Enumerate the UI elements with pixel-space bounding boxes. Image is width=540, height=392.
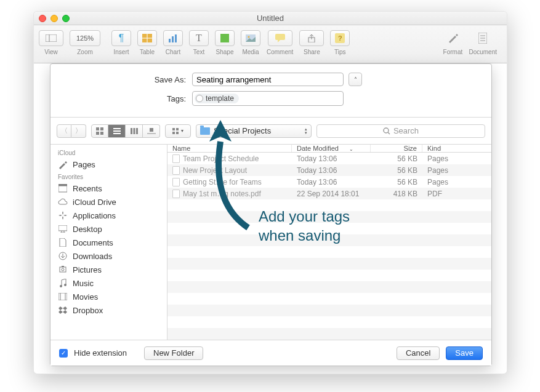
save-button[interactable]: Save [446,346,483,360]
comment-button[interactable] [268,30,292,46]
sidebar-item-pages[interactable]: Pages [50,158,167,171]
folder-icon [200,127,210,135]
titlebar: Untitled [34,12,507,25]
svg-rect-28 [172,128,175,130]
view-label: View [44,49,58,55]
hide-extension-label: Hide extension [74,348,127,358]
format-label: Format [443,49,463,55]
file-size: 418 KB [371,190,422,198]
file-name: New Project Layout [183,166,247,175]
column-view-button[interactable] [126,124,143,138]
sidebar-item-documents[interactable]: Documents [50,236,167,249]
sidebar-item-pictures[interactable]: Pictures [50,263,167,276]
file-row[interactable]: Team Project ScheduleToday 13:0656 KBPag… [167,153,491,164]
doc-icon [172,166,180,175]
list-view-button[interactable] [108,124,126,138]
svg-rect-26 [150,128,153,132]
file-row[interactable]: Getting St…e for TeamsToday 13:0656 KBPa… [167,176,491,188]
dialog-footer: ✓ Hide extension New Folder Cancel Save [50,340,491,366]
text-button[interactable]: T [189,30,209,46]
file-name: May 1st m…g notes.pdf [183,190,261,198]
svg-point-44 [60,285,62,287]
chart-button[interactable] [163,30,183,46]
sidebar-item-icloud-drive[interactable]: iCloud Drive [50,195,167,209]
hide-extension-checkbox[interactable]: ✓ [59,349,68,358]
coverflow-view-button[interactable] [143,124,160,138]
sidebar-item-movies[interactable]: Movies [50,290,167,303]
zoom-button[interactable]: 125% [70,30,100,46]
tags-input[interactable]: template [192,91,344,106]
file-date: Today 13:06 [292,178,371,186]
sidebar-item-label: Music [73,279,94,288]
annotation-line2: when saving [259,226,350,245]
file-kind: Pages [422,178,491,186]
empty-row [167,328,491,340]
tag-chip[interactable]: template [195,94,239,103]
arrange-button[interactable]: ▾ [165,124,191,138]
search-field[interactable]: Search [316,124,485,138]
back-button[interactable]: 〈 [57,124,71,138]
file-row[interactable]: New Project LayoutToday 13:0656 KBPages [167,164,491,176]
file-row[interactable]: May 1st m…g notes.pdf22 Sep 2014 18:0141… [167,188,491,199]
comment-label: Comment [267,49,293,55]
tips-button[interactable]: ? [330,30,350,46]
sidebar-item-label: Applications [73,211,116,220]
svg-rect-31 [176,132,179,134]
file-date: 22 Sep 2014 18:01 [292,190,371,198]
shape-button[interactable] [215,30,235,46]
empty-row [167,293,491,305]
insert-button[interactable]: ¶ [111,30,131,46]
svg-rect-23 [131,128,132,134]
document-label: Document [469,49,497,55]
svg-rect-35 [58,184,67,186]
text-label: Text [193,49,204,55]
cancel-button[interactable]: Cancel [397,346,440,360]
sidebar-item-applications[interactable]: Applications [50,209,167,222]
svg-rect-29 [176,128,179,130]
view-button[interactable] [39,30,63,46]
empty-row [167,316,491,328]
toolbar: View 125% Zoom ¶ Insert Table Chart T Te… [34,25,507,63]
sidebar-item-label: Downloads [73,252,112,261]
collapse-button[interactable]: ˄ [349,73,362,86]
sidebar-item-label: Documents [73,238,113,247]
sidebar-item-label: Recents [73,184,102,193]
table-button[interactable] [137,30,157,46]
downloads-icon [58,251,68,261]
forward-button[interactable]: 〉 [71,124,86,138]
shape-label: Shape [216,49,234,55]
col-name[interactable]: Name [167,145,292,152]
file-name: Getting St…e for Teams [183,178,262,186]
sidebar-item-desktop[interactable]: Desktop [50,222,167,236]
share-button[interactable] [299,30,324,46]
save-as-label: Save As: [63,75,192,84]
sidebar-item-dropbox[interactable]: Dropbox [50,303,167,317]
file-kind: Pages [422,166,491,175]
sidebar-item-music[interactable]: Music [50,276,167,290]
new-folder-button[interactable]: New Folder [144,346,203,360]
search-placeholder: Search [393,126,419,135]
save-as-input[interactable] [192,73,344,86]
location-name: Special Projects [214,126,271,135]
svg-rect-36 [58,225,67,231]
col-kind[interactable]: Kind [422,145,491,152]
location-popup[interactable]: Special Projects ▴▾ [196,124,312,138]
svg-rect-19 [100,132,103,135]
icon-view-button[interactable] [91,124,108,138]
format-button[interactable] [443,30,462,46]
stepper-icon: ▴▾ [305,127,307,135]
sidebar-item-recents[interactable]: Recents [50,182,167,195]
document-button[interactable] [473,30,493,46]
svg-point-45 [64,284,66,286]
window-title: Untitled [34,14,507,23]
file-kind: Pages [422,154,491,163]
empty-row [167,258,491,270]
sidebar-section-icloud: iCloud [50,147,167,158]
svg-rect-25 [136,128,138,134]
sidebar-item-downloads[interactable]: Downloads [50,249,167,263]
dropbox-icon [58,305,68,315]
media-button[interactable] [241,30,260,46]
sidebar-item-label: Pages [73,160,95,169]
col-date[interactable]: Date Modified ⌄ [292,145,371,152]
col-size[interactable]: Size [371,145,422,152]
